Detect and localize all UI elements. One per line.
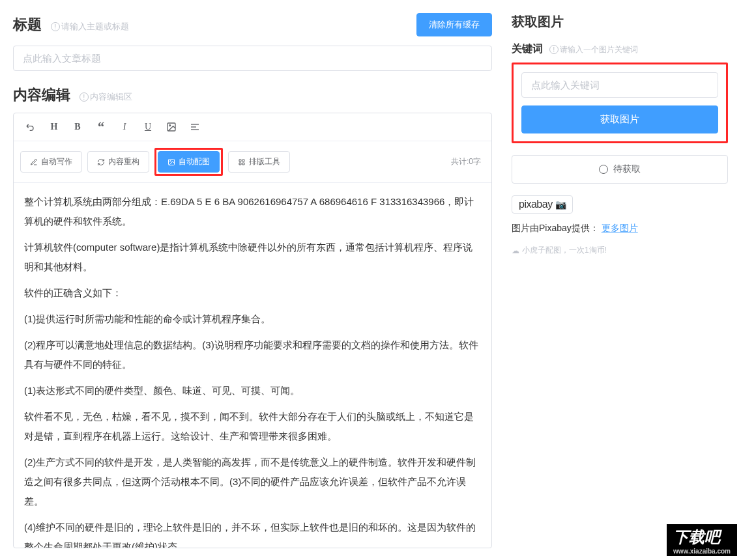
heading-icon[interactable]: H — [44, 117, 65, 137]
paragraph: (2)生产方式不同的软件是开发，是人类智能的高发挥，而不是传统意义上的硬件制造。… — [24, 453, 481, 511]
format-toolbar: H B “ I U — [14, 113, 491, 141]
editor-box: H B “ I U 自动写作 内容重构 — [13, 113, 492, 548]
title-input[interactable] — [13, 46, 492, 71]
svg-point-1 — [169, 125, 171, 126]
italic-icon[interactable]: I — [114, 117, 135, 137]
get-image-title: 获取图片 — [512, 13, 728, 31]
cloud-icon: ☁ — [512, 246, 519, 255]
footer-note: ☁ 小虎子配图，一次1淘币! — [512, 245, 728, 256]
underline-icon[interactable]: U — [138, 117, 158, 137]
paragraph: (1)提供运行时所需功能和性能的命令或计算机程序集合。 — [24, 309, 481, 329]
auto-image-highlight: 自动配图 — [154, 148, 223, 176]
layout-tool-button[interactable]: 排版工具 — [228, 151, 290, 173]
auto-image-button[interactable]: 自动配图 — [158, 151, 220, 173]
get-image-button[interactable]: 获取图片 — [521, 105, 718, 133]
paragraph: 计算机软件(computer software)是指计算机系统中除硬件以外的所有… — [24, 238, 481, 277]
keyword-header: 关键词 !请输入一个图片关键词 — [512, 42, 728, 56]
content-hint: !内容编辑区 — [80, 92, 132, 102]
align-left-icon[interactable] — [184, 117, 205, 137]
info-icon: ! — [80, 92, 89, 102]
auto-write-button[interactable]: 自动写作 — [20, 151, 82, 173]
keyword-hint: !请输入一个图片关键词 — [549, 45, 638, 54]
info-icon: ! — [549, 45, 559, 54]
svg-point-6 — [170, 160, 171, 161]
paragraph: (2)程序可以满意地处理信息的数据结构。(3)说明程序功能要求和程序需要的文档的… — [24, 335, 481, 374]
word-count: 共计:0字 — [451, 156, 485, 167]
undo-icon[interactable] — [20, 117, 41, 137]
quote-icon[interactable]: “ — [91, 117, 111, 137]
content-label: 内容编辑 — [13, 87, 70, 103]
keyword-highlight-box: 获取图片 — [512, 63, 728, 143]
pixabay-tag: pixabay 📷 — [512, 195, 573, 214]
credit-line: 图片由Pixabay提供： 更多图片 — [512, 223, 728, 234]
title-hint: !请输入主题或标题 — [51, 21, 129, 31]
keyword-label: 关键词 — [512, 43, 543, 54]
paragraph: (4)维护不同的硬件是旧的，理论上软件是旧的，并不坏，但实际上软件也是旧的和坏的… — [24, 518, 481, 548]
paragraph: 软件的正确含义如下： — [24, 283, 481, 303]
action-toolbar: 自动写作 内容重构 自动配图 排版工具 — [14, 141, 491, 183]
editor-content[interactable]: 整个计算机系统由两部分组成：E.69DA 5 E 6 BA 9062616964… — [14, 183, 491, 548]
paragraph: 软件看不见，无色，枯燥，看不见，摸不到，闻不到。软件大部分存在于人们的头脑或纸上… — [24, 407, 481, 446]
more-images-link[interactable]: 更多图片 — [602, 223, 638, 233]
info-icon: ! — [51, 22, 60, 31]
clear-cache-button[interactable]: 清除所有缓存 — [416, 13, 492, 36]
watermark: 下载吧 www.xiazaiba.com — [667, 523, 737, 556]
keyword-input[interactable] — [521, 72, 718, 98]
title-label: 标题 — [13, 16, 42, 33]
image-icon[interactable] — [161, 117, 182, 137]
camera-icon: 📷 — [555, 199, 566, 210]
paragraph: (1)表达形式不同的硬件类型、颜色、味道、可见、可摸、可闻。 — [24, 381, 481, 400]
paragraph: 整个计算机系统由两部分组成：E.69DA 5 E 6 BA 9062616964… — [24, 192, 481, 231]
bold-icon[interactable]: B — [67, 117, 88, 137]
pending-status-button[interactable]: 待获取 — [512, 155, 728, 184]
restructure-button[interactable]: 内容重构 — [87, 151, 149, 173]
circle-icon — [599, 165, 608, 174]
title-header: 标题 !请输入主题或标题 清除所有缓存 — [13, 13, 492, 36]
